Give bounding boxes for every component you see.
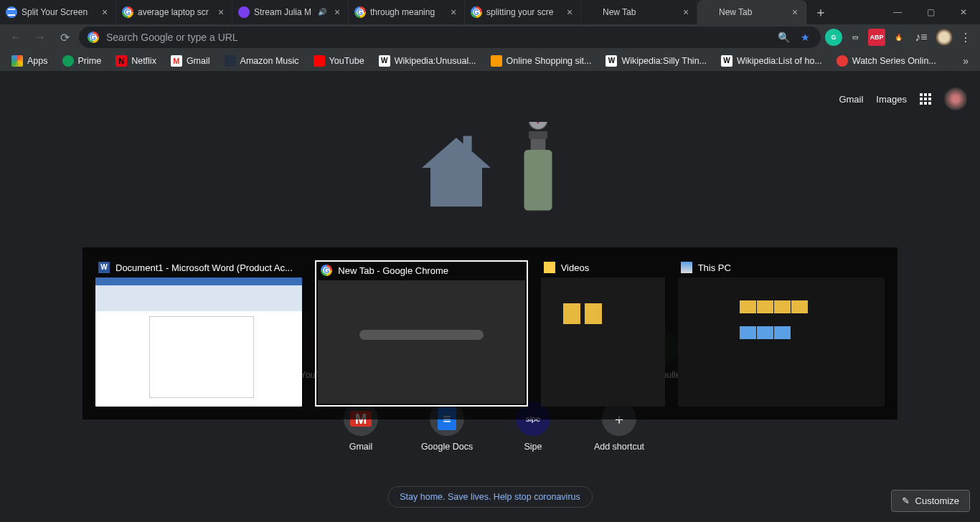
- back-button[interactable]: ←: [6, 27, 26, 47]
- tab-item[interactable]: average laptop scr ×: [116, 0, 232, 24]
- grammarly-icon[interactable]: G: [825, 29, 842, 46]
- top-links: Gmail Images: [839, 87, 967, 110]
- bookmark-label: Online Shopping sit...: [507, 56, 592, 66]
- alt-tab-title: Document1 - Microsoft Word (Product Ac..…: [116, 262, 293, 273]
- alt-tab-window-selected[interactable]: New Tab - Google Chrome: [315, 260, 527, 407]
- tab-item[interactable]: New Tab ×: [581, 0, 697, 24]
- maximize-button[interactable]: ▢: [914, 0, 947, 24]
- covid-banner[interactable]: Stay home. Save lives. Help stop coronav…: [387, 486, 593, 508]
- gmail-icon: M: [171, 55, 182, 67]
- bookmark-item[interactable]: Prime: [57, 52, 108, 70]
- bookmark-label: Watch Series Onlin...: [852, 56, 936, 66]
- bookmarks-overflow-button[interactable]: »: [957, 55, 974, 67]
- close-icon[interactable]: ×: [790, 7, 800, 17]
- alt-tab-header: Videos: [541, 260, 665, 277]
- forward-button[interactable]: →: [30, 27, 50, 47]
- bookmark-label: Wikipedia:List of ho...: [737, 56, 822, 66]
- svg-rect-3: [531, 138, 546, 150]
- bookmark-label: Wikipedia:Silly Thin...: [621, 56, 707, 66]
- newtab-content: Gmail Images ♥ YouTube Netflix WhatsApp …: [0, 72, 980, 522]
- reload-button[interactable]: ⟳: [55, 27, 75, 47]
- kebab-menu-icon[interactable]: ⋮: [957, 31, 974, 44]
- bookmark-item[interactable]: WWikipedia:List of ho...: [715, 52, 828, 70]
- bookmark-label: Amazon Music: [240, 56, 299, 66]
- wikipedia-icon: W: [606, 55, 617, 67]
- soundcloud-icon: [238, 6, 250, 18]
- svg-rect-4: [529, 131, 547, 138]
- profile-avatar[interactable]: [936, 29, 953, 46]
- close-icon[interactable]: ×: [332, 7, 342, 17]
- covid-text: Stay home. Save lives. Help stop coronav…: [400, 492, 580, 502]
- netflix-icon: N: [116, 55, 127, 67]
- bookmark-item[interactable]: WWikipedia:Unusual...: [373, 52, 482, 70]
- extension-icon[interactable]: 🔥: [890, 29, 907, 46]
- alt-tab-window[interactable]: This PC: [678, 260, 885, 407]
- images-link[interactable]: Images: [876, 94, 907, 105]
- shortcut-label: Gmail: [349, 442, 373, 452]
- bookmark-label: Netflix: [131, 56, 156, 66]
- watch-series-icon: [837, 55, 848, 67]
- close-icon[interactable]: ×: [565, 7, 575, 17]
- alt-tab-window[interactable]: W Document1 - Microsoft Word (Product Ac…: [95, 260, 302, 407]
- pencil-icon: ✎: [902, 495, 910, 506]
- tab-item[interactable]: Split Your Screen ×: [0, 0, 116, 24]
- customize-button[interactable]: ✎ Customize: [891, 490, 970, 512]
- media-controls-icon[interactable]: ♪≡: [911, 27, 931, 47]
- alt-tab-thumbnail: [318, 280, 524, 404]
- tab-item[interactable]: splitting your scre ×: [465, 0, 581, 24]
- bookmark-item[interactable]: Amazon Music: [219, 52, 305, 70]
- shortcut-label: Add shortcut: [594, 442, 644, 452]
- omnibox-placeholder: Search Google or type a URL: [106, 32, 769, 43]
- bookmark-item[interactable]: Watch Series Onlin...: [831, 52, 942, 70]
- tab-item-active[interactable]: New Tab ×: [697, 0, 806, 24]
- bookmark-item[interactable]: YouTube: [308, 52, 370, 70]
- svg-rect-2: [524, 150, 552, 211]
- new-tab-button[interactable]: ＋: [811, 2, 831, 22]
- google-icon: [88, 32, 99, 43]
- this-pc-icon: [681, 262, 692, 273]
- omnibox[interactable]: Search Google or type a URL 🔍 ★: [79, 27, 821, 48]
- wikipedia-icon: W: [721, 55, 732, 67]
- bookmark-label: Wikipedia:Unusual...: [395, 56, 476, 66]
- chrome-icon: [321, 265, 332, 276]
- blank-icon: [703, 6, 715, 18]
- svg-marker-0: [422, 138, 491, 207]
- tab-item[interactable]: through meaning ×: [349, 0, 465, 24]
- tab-strip: Split Your Screen × average laptop scr ×…: [0, 0, 980, 24]
- search-icon[interactable]: 🔍: [776, 32, 791, 43]
- toolbar: ← → ⟳ Search Google or type a URL 🔍 ★ G …: [0, 24, 980, 50]
- abp-icon[interactable]: ABP: [868, 29, 885, 46]
- minimize-button[interactable]: —: [881, 0, 914, 24]
- alt-tab-thumbnail: [95, 277, 302, 407]
- house-icon: [413, 129, 499, 215]
- bookmark-item[interactable]: MGmail: [165, 52, 216, 70]
- prime-icon: [62, 55, 74, 67]
- gmail-link[interactable]: Gmail: [839, 94, 863, 105]
- close-icon[interactable]: ×: [100, 7, 110, 17]
- sanitizer-icon: ♥: [509, 122, 567, 215]
- svg-rect-1: [463, 136, 472, 153]
- window-controls: — ▢ ✕: [881, 0, 980, 24]
- bookmark-item[interactable]: Online Shopping sit...: [485, 52, 598, 70]
- google-apps-icon[interactable]: [920, 93, 931, 105]
- google-icon: [122, 6, 133, 18]
- alt-tab-header: This PC: [678, 260, 885, 277]
- close-icon[interactable]: ×: [216, 7, 226, 17]
- bookmark-item[interactable]: NNetflix: [110, 52, 162, 70]
- close-icon[interactable]: ×: [448, 7, 458, 17]
- google-doodle[interactable]: ♥: [413, 122, 567, 215]
- account-avatar[interactable]: [944, 87, 967, 110]
- folder-icon: [544, 262, 555, 273]
- close-icon[interactable]: ×: [681, 7, 691, 17]
- close-window-button[interactable]: ✕: [947, 0, 980, 24]
- alt-tab-header: New Tab - Google Chrome: [318, 263, 524, 280]
- alt-tab-window[interactable]: Videos: [541, 260, 665, 407]
- alt-tab-header: W Document1 - Microsoft Word (Product Ac…: [95, 260, 302, 277]
- bookmark-item[interactable]: WWikipedia:Silly Thin...: [600, 52, 712, 70]
- audio-icon[interactable]: 🔊: [318, 8, 326, 16]
- bookmark-label: Apps: [27, 56, 48, 66]
- reader-mode-icon[interactable]: ▭: [847, 29, 864, 46]
- bookmark-star-icon[interactable]: ★: [798, 32, 812, 43]
- bookmark-apps[interactable]: Apps: [6, 52, 54, 70]
- tab-item[interactable]: Stream Julia M 🔊 ×: [232, 0, 349, 24]
